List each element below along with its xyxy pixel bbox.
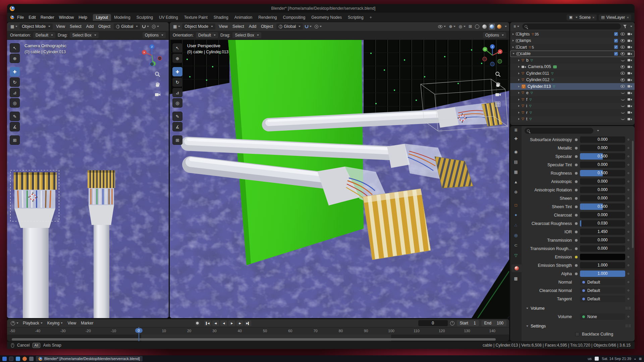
workspace-tab-shading[interactable]: Shading — [211, 14, 231, 21]
mode-dropdown[interactable]: Object Mode — [182, 23, 215, 29]
editor-type-icon[interactable]: ▦ — [9, 24, 18, 29]
outliner-item-Cylinder.012[interactable]: ▽Cylinder.012▽ — [510, 77, 635, 83]
play-reverse-button[interactable]: ◀ — [220, 320, 227, 326]
taskbar-clock[interactable]: Sat. 14 Sep 21:39 — [602, 357, 631, 361]
hide-eye-icon[interactable] — [621, 33, 625, 36]
properties-tab-texture[interactable]: ▩ — [511, 275, 521, 282]
expand-arrow-icon[interactable] — [518, 92, 520, 94]
properties-tab-output[interactable]: ▤ — [511, 158, 521, 166]
outliner-item-Camera.005[interactable]: Camera.005 — [510, 64, 635, 70]
properties-tab-particles[interactable]: ∴ — [511, 221, 521, 229]
filter-chevron-icon[interactable] — [630, 26, 632, 27]
workspace-tab-layout[interactable]: Layout — [93, 14, 111, 21]
eye-closed-icon[interactable] — [621, 112, 625, 114]
blender-menu-icon[interactable] — [10, 15, 14, 19]
orientation-default-dropdown[interactable]: Default — [196, 32, 218, 38]
outliner-item-r[interactable]: ▽r▽ — [510, 109, 635, 116]
outliner-item-cable[interactable]: cable✓ — [510, 51, 635, 57]
disable-render-icon[interactable] — [628, 105, 632, 108]
keyframe-dot[interactable] — [628, 290, 629, 291]
keyframe-dot[interactable] — [628, 264, 629, 266]
keyframe-dot[interactable] — [628, 248, 629, 249]
snap-magnet-icon[interactable] — [141, 25, 150, 28]
field-subsurface-anisotropy[interactable]: 0.000 — [580, 136, 625, 143]
shading-options-chevron[interactable] — [505, 26, 507, 27]
eye-open-icon[interactable] — [621, 65, 625, 68]
timeline-ruler[interactable]: 0 -50-40-30-20-1001020304050607080901001… — [7, 327, 509, 335]
properties-tab-constraints[interactable]: ⊂ — [511, 241, 521, 249]
viewport-menu-add[interactable]: Add — [247, 23, 259, 29]
tool-transform-button[interactable]: ◎ — [172, 98, 182, 108]
expand-arrow-icon[interactable] — [518, 66, 520, 68]
field-normal[interactable]: Default — [580, 279, 625, 285]
properties-tab-modifiers[interactable]: ✦ — [511, 211, 521, 219]
workspace-tab-texture-paint[interactable]: Texture Paint — [181, 14, 211, 21]
ortho-grid-icon[interactable] — [495, 102, 500, 107]
shading-rendered-button[interactable] — [496, 23, 502, 30]
orientation-dropdown[interactable]: Global — [114, 23, 140, 29]
menu-render[interactable]: Render — [38, 14, 57, 20]
keyframe-dot[interactable] — [628, 231, 629, 233]
terminal-icon[interactable] — [9, 357, 13, 361]
workspace-tab-modeling[interactable]: Modeling — [111, 14, 133, 21]
keyframe-dot[interactable] — [628, 181, 629, 182]
tool-select-box-button[interactable]: ↖ — [172, 43, 182, 53]
expand-arrow-icon[interactable] — [518, 85, 520, 87]
timeline-scrollbar[interactable] — [12, 338, 496, 341]
taskbar-window-button[interactable]: Blender* [/home/amalie/Desktop/blender/s… — [36, 356, 143, 361]
timeline-editor-icon[interactable] — [10, 321, 19, 325]
outliner-item-b[interactable]: ▽b▽ — [510, 57, 635, 64]
gizmos-toggle-icon[interactable]: ⊕ — [448, 24, 457, 29]
outliner-item-Cylinder.011[interactable]: ▽Cylinder.011▽ — [510, 70, 635, 77]
drag-dropdown[interactable]: Select Box — [232, 32, 261, 38]
tray-app-icon[interactable] — [595, 357, 599, 361]
workspace-tab-rendering[interactable]: Rendering — [255, 14, 280, 21]
play-button[interactable]: ▶ — [228, 320, 235, 326]
field-clearcoat[interactable]: 0.000 — [580, 212, 625, 218]
scene-selector[interactable]: ▣ Scene × — [567, 14, 597, 20]
viewport-canvas[interactable]: ↖⊕✚↻⊿◎✎∡⊞ User Perspective (0) cable | C… — [170, 40, 509, 318]
expand-arrow-icon[interactable] — [513, 46, 514, 48]
field-emission-strength[interactable]: 1.000 — [580, 262, 625, 268]
field-alpha[interactable]: 1.000 — [580, 270, 625, 277]
expand-arrow-icon[interactable] — [518, 112, 520, 114]
tray-expand-icon[interactable]: ▴ — [634, 357, 636, 360]
jump-start-button[interactable]: ▌◀ — [204, 320, 211, 326]
field-clearcoat-normal[interactable]: Default — [580, 287, 625, 294]
keyframe-dot[interactable] — [628, 239, 629, 241]
outliner-item-lamps[interactable]: lamps✓ — [510, 38, 635, 44]
tool-cursor-button[interactable]: ⊕ — [10, 54, 20, 63]
menu-help[interactable]: Help — [76, 14, 90, 20]
properties-tab-data[interactable]: ▽ — [511, 251, 521, 259]
current-frame-field[interactable]: 0 — [418, 320, 448, 326]
workspace-tab-sculpting[interactable]: Sculpting — [133, 14, 156, 21]
properties-tab-tool[interactable]: ✚ — [511, 135, 521, 142]
field-anisotropic-rotation[interactable]: 0.000 — [580, 187, 625, 193]
editor-type-icon[interactable]: ▦ — [172, 24, 181, 29]
disable-render-icon[interactable] — [628, 52, 632, 55]
keyframe-dot[interactable] — [628, 281, 629, 283]
3d-scene-camera-view[interactable] — [7, 40, 169, 318]
tool-annotate-button[interactable]: ✎ — [172, 112, 182, 121]
files-icon[interactable] — [16, 357, 20, 361]
properties-options-chevron[interactable] — [597, 130, 599, 131]
menu-file[interactable]: File — [15, 14, 26, 20]
jump-end-button[interactable]: ▶▌ — [244, 320, 251, 326]
options-dropdown[interactable]: Options — [143, 32, 166, 38]
app-launcher-icon[interactable] — [2, 357, 7, 361]
xray-toggle-icon[interactable]: ⊞ — [468, 24, 473, 29]
eye-closed-icon[interactable] — [621, 59, 625, 61]
outliner-item-f[interactable]: ▽f▽ — [510, 96, 635, 103]
record-button[interactable] — [195, 320, 200, 326]
expand-arrow-icon[interactable] — [513, 53, 515, 54]
field-transmission-rough[interactable]: 0.000 — [580, 245, 625, 252]
properties-editor-icon[interactable]: ≣ — [513, 128, 519, 132]
exclude-checkbox[interactable]: ✓ — [614, 32, 618, 36]
viewport-canvas[interactable]: ↖⊕✚↻⊿◎✎∡⊞ Camera Orthographic (0) cable … — [7, 40, 169, 318]
exclude-checkbox[interactable]: ✓ — [614, 45, 618, 49]
shading-material-button[interactable] — [489, 23, 495, 30]
properties-tab-object[interactable]: □ — [511, 201, 521, 209]
expand-arrow-icon[interactable] — [518, 59, 520, 61]
field-transmission[interactable]: 0.000 — [580, 237, 625, 243]
viewport-menu-select[interactable]: Select — [67, 23, 84, 29]
